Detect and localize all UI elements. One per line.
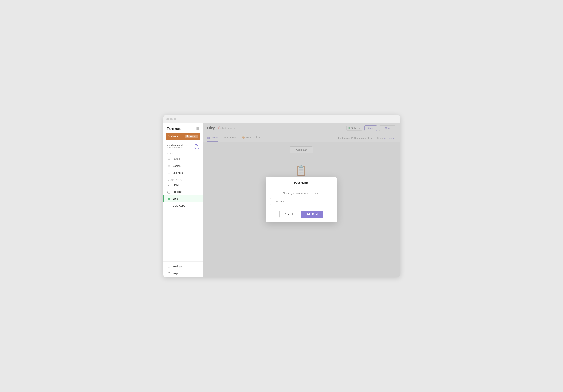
sidebar-item-pages[interactable]: ▤ Pages	[163, 156, 203, 163]
design-icon: ◎	[167, 164, 171, 168]
view-eye-group: 👁 View	[195, 143, 199, 149]
help-icon: ?	[167, 272, 171, 275]
sidebar-view-label[interactable]: View	[195, 147, 199, 149]
browser-dot-green	[174, 118, 176, 120]
modal-add-post-button[interactable]: Add Post	[301, 211, 323, 218]
user-plan: Personal Monthly	[167, 147, 187, 149]
sidebar-item-more-apps[interactable]: ⊞ More Apps	[163, 202, 203, 209]
app-container: Format ☰ 14 days left Upgrade › janedove…	[163, 123, 400, 277]
sidebar-header: Format ☰	[163, 123, 203, 133]
format-apps-section-label: FORMAT APPS	[163, 176, 203, 182]
sidebar-item-proofing[interactable]: ◯ Proofing	[163, 188, 203, 195]
more-apps-icon: ⊞	[167, 204, 171, 208]
upgrade-button[interactable]: Upgrade ›	[185, 135, 197, 138]
hamburger-icon[interactable]: ☰	[196, 127, 199, 131]
sidebar-item-blog[interactable]: ▤ Blog	[163, 195, 203, 202]
sidebar-item-more-apps-label: More Apps	[173, 204, 185, 207]
modal-header: Post Name	[266, 177, 337, 187]
modal-overlay: Post Name Please give your new post a na…	[203, 123, 400, 277]
pages-icon: ▤	[167, 157, 171, 161]
upgrade-days-label: 14 days left	[168, 135, 180, 138]
store-icon: 🛍	[167, 183, 171, 187]
sidebar-item-blog-label: Blog	[173, 197, 178, 200]
sidebar: Format ☰ 14 days left Upgrade › janedove…	[163, 123, 203, 277]
sidebar-item-proofing-label: Proofing	[173, 190, 182, 193]
website-section-label: WEBSITE	[163, 150, 203, 156]
modal-title: Post Name	[294, 181, 309, 184]
user-name[interactable]: janedovercourt.... ▾	[167, 144, 187, 147]
main-content: Blog 🚫 Not In Menu Online ▾ View ✓ Saved	[203, 123, 400, 277]
sidebar-item-design-label: Design	[173, 164, 181, 167]
post-name-input[interactable]	[270, 198, 333, 205]
blog-icon: ▤	[167, 197, 171, 201]
sidebar-item-store[interactable]: 🛍 Store	[163, 182, 203, 188]
sidebar-item-site-menu-label: Site Menu	[173, 171, 184, 174]
sidebar-item-help[interactable]: ? Help	[163, 270, 203, 277]
browser-dot-yellow	[170, 118, 173, 120]
proofing-icon: ◯	[167, 190, 171, 194]
sidebar-bottom: ⚙ Settings ? Help	[163, 261, 203, 277]
sidebar-item-site-menu[interactable]: ≡ Site Menu	[163, 169, 203, 176]
user-info: janedovercourt.... ▾ Personal Monthly	[167, 144, 187, 149]
post-name-modal: Post Name Please give your new post a na…	[266, 177, 337, 222]
modal-footer: Cancel Add Post	[266, 207, 337, 222]
browser-chrome	[163, 115, 400, 123]
sidebar-item-help-label: Help	[173, 272, 178, 275]
sidebar-title: Format	[167, 126, 181, 131]
sidebar-item-design[interactable]: ◎ Design	[163, 163, 203, 169]
browser-dot-red	[166, 118, 169, 120]
site-menu-icon: ≡	[167, 171, 171, 175]
modal-description: Please give your new post a name	[270, 192, 333, 195]
user-row: janedovercourt.... ▾ Personal Monthly 👁 …	[163, 142, 203, 150]
chevron-down-icon: ▾	[186, 144, 187, 146]
sidebar-item-settings[interactable]: ⚙ Settings	[163, 263, 203, 270]
modal-body: Please give your new post a name	[266, 187, 337, 207]
sidebar-item-store-label: Store	[173, 184, 179, 187]
sidebar-item-settings-label: Settings	[173, 265, 182, 268]
settings-icon: ⚙	[167, 265, 171, 268]
cancel-button[interactable]: Cancel	[279, 211, 298, 218]
eye-icon[interactable]: 👁	[195, 143, 199, 147]
sidebar-item-pages-label: Pages	[173, 157, 180, 160]
upgrade-banner: 14 days left Upgrade ›	[166, 133, 200, 140]
browser-dots	[166, 118, 176, 120]
